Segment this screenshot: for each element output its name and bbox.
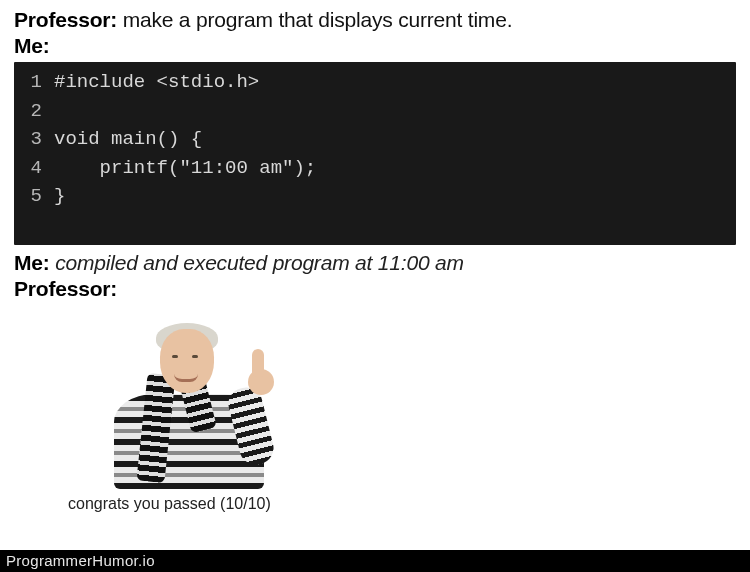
line-number: 2 bbox=[22, 97, 42, 126]
code-line: 1 #include <stdio.h> bbox=[22, 68, 728, 97]
me-line-1: Me: bbox=[14, 34, 736, 58]
eye-shape bbox=[192, 355, 198, 358]
code-line: 3 void main() { bbox=[22, 125, 728, 154]
code-text: #include <stdio.h> bbox=[54, 68, 259, 97]
watermark-bar: ProgrammerHumor.io bbox=[0, 550, 750, 572]
professor-line-2: Professor: bbox=[14, 277, 736, 301]
speaker-label: Professor: bbox=[14, 277, 117, 300]
code-line: 5 } bbox=[22, 182, 728, 211]
line-number: 5 bbox=[22, 182, 42, 211]
head-shape bbox=[160, 329, 214, 393]
line-number: 4 bbox=[22, 154, 42, 183]
speaker-label: Professor: bbox=[14, 8, 117, 31]
line-number: 3 bbox=[22, 125, 42, 154]
image-caption: congrats you passed (10/10) bbox=[68, 495, 284, 513]
hide-the-pain-harold-image bbox=[114, 319, 264, 489]
thumbs-up-icon bbox=[252, 349, 264, 377]
professor-line-1: Professor: make a program that displays … bbox=[14, 8, 736, 32]
watermark-text: ProgrammerHumor.io bbox=[6, 552, 155, 569]
code-text: printf("11:00 am"); bbox=[54, 154, 316, 183]
line-number: 1 bbox=[22, 68, 42, 97]
code-block: 1 #include <stdio.h> 2 3 void main() { 4… bbox=[14, 62, 736, 245]
speaker-label: Me: bbox=[14, 251, 50, 274]
code-line: 4 printf("11:00 am"); bbox=[22, 154, 728, 183]
speaker-label: Me: bbox=[14, 34, 50, 57]
code-text: } bbox=[54, 182, 65, 211]
me-text-2: compiled and executed program at 11:00 a… bbox=[50, 251, 464, 274]
meme-content: Professor: make a program that displays … bbox=[0, 0, 750, 513]
code-text: void main() { bbox=[54, 125, 202, 154]
eye-shape bbox=[172, 355, 178, 358]
reaction-image-wrap: congrats you passed (10/10) bbox=[94, 319, 284, 513]
mouth-shape bbox=[174, 374, 198, 382]
professor-text-1: make a program that displays current tim… bbox=[117, 8, 512, 31]
code-line: 2 bbox=[22, 97, 728, 126]
me-line-2: Me: compiled and executed program at 11:… bbox=[14, 251, 736, 275]
